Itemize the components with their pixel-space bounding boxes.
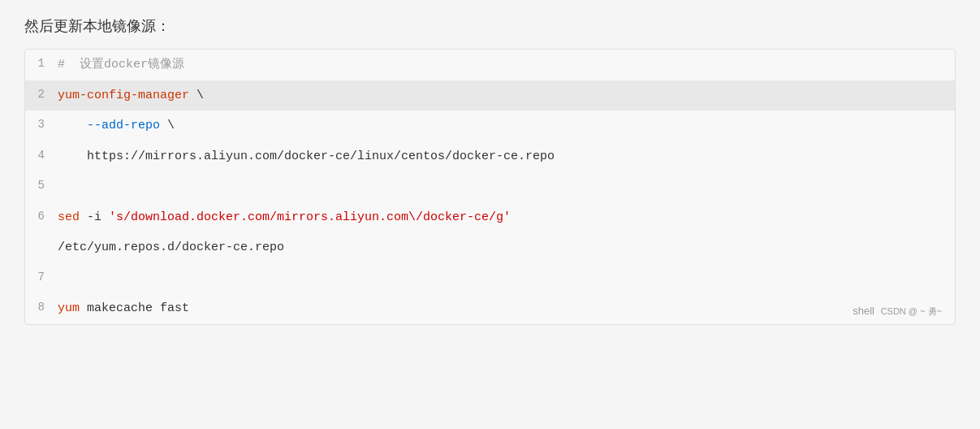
line-number-6b: 6 bbox=[25, 232, 58, 262]
code-line-5: 5 bbox=[25, 171, 955, 202]
attribution-text: CSDN @ ~ 勇~ bbox=[881, 306, 942, 316]
code-block-wrapper: 1 # 设置docker镜像源 2 yum-config-manager \ 3… bbox=[24, 49, 956, 325]
comment-text: # 设置docker镜像源 bbox=[58, 58, 184, 72]
line-content-3: --add-repo \ bbox=[58, 110, 955, 141]
keyword-yum: yum-config-manager bbox=[58, 89, 189, 102]
line-number-6: 6 bbox=[25, 202, 58, 232]
keyword-add-repo: --add-repo bbox=[87, 119, 160, 132]
line-number-5: 5 bbox=[25, 171, 58, 201]
code-line-3: 3 --add-repo \ bbox=[25, 110, 955, 141]
code-line-8: 8 yum makecache fast bbox=[25, 293, 955, 324]
code-line-4: 4 https://mirrors.aliyun.com/docker-ce/l… bbox=[25, 141, 955, 172]
line-number-2: 2 bbox=[25, 80, 58, 110]
line-content-8: yum makecache fast bbox=[58, 293, 955, 324]
keyword-sed: sed bbox=[58, 210, 80, 224]
line-number-1: 1 bbox=[25, 50, 58, 79]
line-number-3: 3 bbox=[25, 110, 58, 140]
code-line-1: 1 # 设置docker镜像源 bbox=[25, 50, 955, 80]
page-container: 然后更新本地镜像源： 1 # 设置docker镜像源 2 yum-config-… bbox=[0, 0, 980, 333]
code-block: 1 # 设置docker镜像源 2 yum-config-manager \ 3… bbox=[25, 50, 955, 324]
keyword-yum2: yum bbox=[58, 301, 80, 315]
line-content-4: https://mirrors.aliyun.com/docker-ce/lin… bbox=[58, 141, 955, 172]
line-content-7 bbox=[58, 263, 955, 294]
page-heading: 然后更新本地镜像源： bbox=[24, 16, 956, 36]
line-content-2: yum-config-manager \ bbox=[58, 80, 955, 111]
line-number-8: 8 bbox=[25, 293, 58, 323]
line-content-1: # 设置docker镜像源 bbox=[58, 50, 955, 80]
code-line-2: 2 yum-config-manager \ bbox=[25, 80, 955, 111]
sed-string: 's/download.docker.com/mirrors.aliyun.co… bbox=[109, 210, 511, 224]
line-number-7: 7 bbox=[25, 263, 58, 292]
line-content-5 bbox=[58, 171, 955, 202]
code-line-6b: 6 /etc/yum.repos.d/docker-ce.repo bbox=[25, 232, 955, 263]
line-number-4: 4 bbox=[25, 141, 58, 171]
shell-label: shell CSDN @ ~ 勇~ bbox=[853, 305, 942, 318]
line-content-6: sed -i 's/download.docker.com/mirrors.al… bbox=[58, 202, 955, 233]
code-line-7: 7 bbox=[25, 263, 955, 294]
code-line-6: 6 sed -i 's/download.docker.com/mirrors.… bbox=[25, 202, 955, 233]
shell-text: shell bbox=[853, 305, 874, 317]
line-content-6b: /etc/yum.repos.d/docker-ce.repo bbox=[58, 232, 955, 263]
